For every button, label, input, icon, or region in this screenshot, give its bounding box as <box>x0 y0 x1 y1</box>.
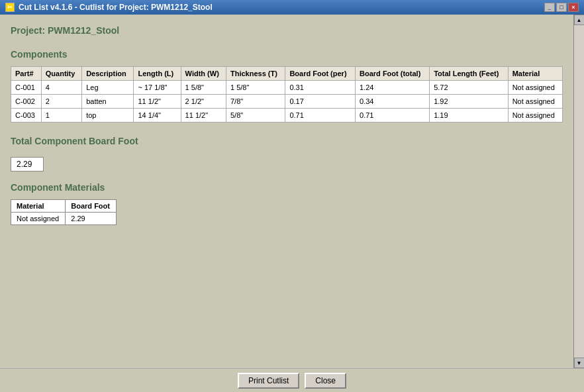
components-section-title: Components <box>11 49 563 60</box>
table-cell-1-7: 0.34 <box>356 95 430 109</box>
maximize-button[interactable]: □ <box>556 3 567 12</box>
table-cell-0-3: ~ 17 1/8" <box>134 81 181 95</box>
total-board-foot-value: 2.29 <box>11 157 44 172</box>
table-cell-2-2: top <box>82 109 134 122</box>
title-text: Cut List v4.1.6 - Cutlist for Project: P… <box>19 3 213 12</box>
table-cell-0-8: 5.72 <box>430 81 508 95</box>
scroll-up-button[interactable]: ▲ <box>574 15 585 25</box>
component-materials-section: Component Materials Material Board Foot … <box>11 182 563 225</box>
table-cell-2-0: C-003 <box>11 109 42 122</box>
col-header-width: Width (W) <box>181 67 226 81</box>
project-title: Project: PWM1212_Stool <box>11 25 563 36</box>
table-cell-2-3: 14 1/4" <box>134 109 181 122</box>
table-cell-2-9: Not assigned <box>508 109 562 122</box>
materials-header-row: Material Board Foot <box>11 200 117 213</box>
table-cell-2-1: 1 <box>41 109 81 122</box>
table-row: C-0031top14 1/4"11 1/2"5/8"0.710.711.19N… <box>11 109 563 122</box>
print-cutlist-button[interactable]: Print Cutlist <box>238 373 299 389</box>
table-cell-1-3: 11 1/2" <box>134 95 181 109</box>
materials-col-material: Material <box>11 200 66 213</box>
table-cell-2-5: 5/8" <box>226 109 285 122</box>
materials-cell-0-1: 2.29 <box>66 213 117 225</box>
table-cell-1-5: 7/8" <box>226 95 285 109</box>
table-cell-0-4: 1 5/8" <box>181 81 226 95</box>
table-row: C-0022batten11 1/2"2 1/2"7/8"0.170.341.9… <box>11 95 563 109</box>
col-header-total-length: Total Length (Feet) <box>430 67 508 81</box>
table-cell-1-6: 0.17 <box>285 95 356 109</box>
col-header-quantity: Quantity <box>41 67 81 81</box>
scrollbar[interactable]: ▲ ▼ <box>573 15 584 368</box>
close-button-footer[interactable]: Close <box>305 373 346 389</box>
table-cell-1-1: 2 <box>41 95 81 109</box>
col-header-board-foot-total: Board Foot (total) <box>356 67 430 81</box>
table-cell-2-6: 0.71 <box>285 109 356 122</box>
table-cell-1-9: Not assigned <box>508 95 562 109</box>
materials-col-board-foot: Board Foot <box>66 200 117 213</box>
table-cell-0-0: C-001 <box>11 81 42 95</box>
title-bar: ✂ Cut List v4.1.6 - Cutlist for Project:… <box>0 0 584 15</box>
table-row: C-0014Leg~ 17 1/8"1 5/8"1 5/8"0.311.245.… <box>11 81 563 95</box>
components-table: Part# Quantity Description Length (L) Wi… <box>11 66 563 122</box>
total-board-foot-section: Total Component Board Foot 2.29 <box>11 136 563 172</box>
table-cell-2-4: 11 1/2" <box>181 109 226 122</box>
app-icon: ✂ <box>5 3 15 12</box>
table-cell-2-7: 0.71 <box>356 109 430 122</box>
table-cell-0-2: Leg <box>82 81 134 95</box>
materials-row: Not assigned2.29 <box>11 213 117 225</box>
col-header-part: Part# <box>11 67 42 81</box>
materials-cell-0-0: Not assigned <box>11 213 66 225</box>
table-cell-1-2: batten <box>82 95 134 109</box>
table-header-row: Part# Quantity Description Length (L) Wi… <box>11 67 563 81</box>
col-header-description: Description <box>82 67 134 81</box>
table-cell-2-8: 1.19 <box>430 109 508 122</box>
close-button[interactable]: × <box>568 3 579 12</box>
table-cell-0-9: Not assigned <box>508 81 562 95</box>
table-cell-0-7: 1.24 <box>356 81 430 95</box>
scroll-track[interactable] <box>574 25 585 358</box>
title-bar-left: ✂ Cut List v4.1.6 - Cutlist for Project:… <box>5 3 213 12</box>
main-content: Project: PWM1212_Stool Components Part# … <box>0 15 584 368</box>
col-header-board-foot-per: Board Foot (per) <box>285 67 356 81</box>
table-cell-0-6: 0.31 <box>285 81 356 95</box>
component-materials-title: Component Materials <box>11 182 563 193</box>
content-area: Project: PWM1212_Stool Components Part# … <box>0 15 573 368</box>
table-cell-1-4: 2 1/2" <box>181 95 226 109</box>
total-board-foot-title: Total Component Board Foot <box>11 136 563 146</box>
table-cell-0-5: 1 5/8" <box>226 81 285 95</box>
col-header-length: Length (L) <box>134 67 181 81</box>
table-cell-0-1: 4 <box>41 81 81 95</box>
minimize-button[interactable]: _ <box>544 3 555 12</box>
col-header-material: Material <box>508 67 562 81</box>
footer: Print Cutlist Close <box>0 368 584 392</box>
materials-table: Material Board Foot Not assigned2.29 <box>11 199 117 225</box>
title-bar-controls[interactable]: _ □ × <box>544 3 579 12</box>
table-cell-1-0: C-002 <box>11 95 42 109</box>
table-cell-1-8: 1.92 <box>430 95 508 109</box>
col-header-thickness: Thickness (T) <box>226 67 285 81</box>
scroll-down-button[interactable]: ▼ <box>574 358 585 368</box>
